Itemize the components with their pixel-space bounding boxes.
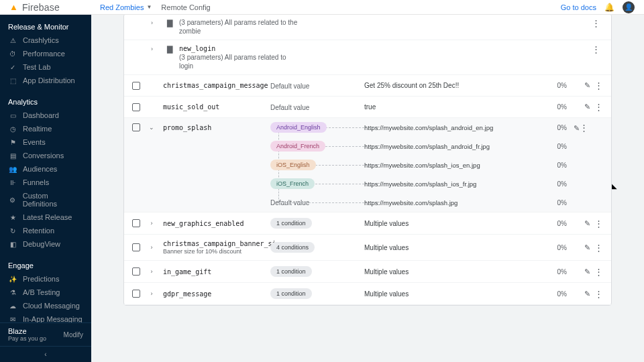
- fetch-pct: 0%: [540, 162, 567, 169]
- condition-sub-row: iOS_Frenchhttps://mywebsite.com/splash_i…: [124, 174, 611, 193]
- sidebar-item[interactable]: ★Latest Release: [0, 210, 91, 224]
- kebab-icon[interactable]: ⋮: [594, 289, 603, 299]
- sidebar-item[interactable]: ▤Conversions: [0, 149, 91, 162]
- group-text: new_login (3 parameters) All params rela…: [179, 44, 300, 70]
- plan-row[interactable]: Blaze Pay as you go Modify: [0, 323, 91, 346]
- sidebar-group: Analytics▭Dashboard◷Realtime⚑Events▤Conv…: [0, 90, 91, 253]
- sidebar: Release & Monitor⚠Crashlytics⏱Performanc…: [0, 15, 91, 362]
- expand-icon[interactable]: ›: [147, 220, 156, 227]
- condition-col: Default value: [270, 103, 358, 112]
- condition-sub-row: ⌄promo_splashAndroid_Englishhttps://mywe…: [124, 118, 611, 137]
- collapse-icon[interactable]: ⌄: [147, 124, 156, 131]
- folder-icon: ▇: [167, 45, 172, 54]
- sidebar-icon: ▤: [8, 152, 17, 160]
- fetch-pct: 0%: [540, 143, 567, 150]
- condition-chip: iOS_French: [270, 178, 315, 189]
- modify-link[interactable]: Modify: [64, 331, 83, 339]
- sidebar-item-label: Custom Definitions: [23, 192, 83, 208]
- sidebar-item[interactable]: ⚗A/B Testing: [0, 286, 91, 299]
- edit-icon[interactable]: ✎: [584, 267, 590, 276]
- sidebar-item[interactable]: ☁Cloud Messaging: [0, 299, 91, 312]
- param-value: true: [364, 103, 533, 111]
- collapse-sidebar[interactable]: ‹: [0, 346, 91, 362]
- kebab-icon[interactable]: ⋮: [594, 80, 603, 90]
- row-actions: ✎⋮: [574, 102, 603, 112]
- sidebar-group: Release & Monitor⚠Crashlytics⏱Performanc…: [0, 15, 91, 90]
- param-row-promo-splash: ⌄promo_splashAndroid_Englishhttps://mywe…: [124, 118, 611, 213]
- sidebar-item-label: Realtime: [23, 125, 52, 133]
- sidebar-item[interactable]: ⚙Custom Definitions: [0, 189, 91, 210]
- expand-icon[interactable]: ›: [147, 268, 156, 275]
- checkbox[interactable]: [132, 267, 140, 276]
- kebab-icon[interactable]: ⋮: [589, 18, 603, 28]
- condition-col: Default value: [270, 198, 358, 207]
- sidebar-group-title: Analytics: [0, 95, 91, 109]
- checkbox[interactable]: [132, 82, 140, 90]
- sidebar-item[interactable]: 👥Audiences: [0, 162, 91, 176]
- avatar[interactable]: 👤: [623, 1, 635, 13]
- kebab-icon[interactable]: ⋮: [594, 102, 603, 112]
- kebab-icon[interactable]: ⋮: [594, 267, 603, 277]
- default-label: Default value: [270, 82, 309, 90]
- logo[interactable]: ▲ Firebase: [9, 2, 93, 13]
- checkbox[interactable]: [132, 243, 140, 251]
- expand-icon[interactable]: ›: [147, 244, 156, 251]
- sidebar-item[interactable]: ✨Predictions: [0, 272, 91, 286]
- condition-col: 1 condition: [270, 266, 358, 277]
- param-name: in_game_gift: [163, 268, 264, 276]
- expand-icon[interactable]: ›: [151, 19, 160, 26]
- condition-col: iOS_English: [270, 160, 358, 170]
- row-actions: ✎⋮: [574, 243, 603, 253]
- param-name: gdpr_message: [163, 290, 264, 298]
- sidebar-item[interactable]: ⚠Crashlytics: [0, 34, 91, 47]
- param-row: christmas_campaign_messageDefault valueG…: [124, 75, 611, 97]
- param-row: ›gdpr_message1 conditionMultiple values0…: [124, 283, 611, 305]
- edit-icon[interactable]: ✎: [584, 219, 590, 228]
- param-value: Multiple values: [364, 220, 533, 227]
- edit-icon[interactable]: ✎: [584, 290, 590, 298]
- row-actions: ✎⋮: [574, 80, 603, 90]
- sidebar-item[interactable]: ✓Test Lab: [0, 60, 91, 74]
- condition-col: Android_French: [270, 141, 358, 152]
- sidebar-item[interactable]: ▭Dashboard: [0, 109, 91, 122]
- checkbox[interactable]: [132, 219, 140, 227]
- kebab-icon[interactable]: ⋮: [580, 123, 588, 133]
- sidebar-item[interactable]: ◷Realtime: [0, 122, 91, 135]
- sidebar-item[interactable]: ⚑Events: [0, 135, 91, 149]
- expand-icon[interactable]: ›: [151, 46, 160, 52]
- edit-icon[interactable]: ✎: [584, 243, 590, 252]
- sidebar-item-label: Cloud Messaging: [23, 302, 80, 310]
- checkbox[interactable]: [132, 123, 140, 131]
- bell-icon[interactable]: 🔔: [604, 3, 614, 12]
- edit-icon[interactable]: ✎: [574, 124, 580, 132]
- top-header: ▲ Firebase Red Zombies ▼ Remote Config G…: [0, 0, 644, 15]
- condition-chip: 4 conditions: [270, 242, 315, 253]
- folder-icon: ▇: [167, 19, 172, 27]
- fetch-pct: 0%: [540, 103, 567, 111]
- sidebar-item-label: App Distribution: [23, 76, 75, 84]
- kebab-icon[interactable]: ⋮: [589, 44, 603, 54]
- edit-icon[interactable]: ✎: [584, 81, 590, 90]
- fetch-pct: 0%: [540, 220, 567, 227]
- checkbox[interactable]: [132, 290, 140, 298]
- docs-link[interactable]: Go to docs: [561, 3, 596, 11]
- param-value: Get 25% discount on 25th Dec!!: [364, 82, 533, 89]
- project-selector[interactable]: Red Zombies ▼: [100, 3, 152, 11]
- sidebar-item[interactable]: ⊪Funnels: [0, 176, 91, 189]
- kebab-icon[interactable]: ⋮: [594, 243, 603, 253]
- fetch-pct: 0%: [540, 268, 567, 276]
- sidebar-icon: ⚠: [8, 37, 17, 44]
- sidebar-item[interactable]: ↻Retention: [0, 224, 91, 237]
- condition-col: iOS_French: [270, 178, 358, 189]
- sidebar-item[interactable]: ⬚App Distribution: [0, 74, 91, 87]
- sidebar-item[interactable]: ◧DebugView: [0, 237, 91, 251]
- kebab-icon[interactable]: ⋮: [594, 219, 603, 229]
- plan-name: Blaze: [8, 327, 46, 335]
- condition-value: https://mywebsite.com/splash_android_en.…: [364, 124, 533, 131]
- checkbox[interactable]: [132, 103, 140, 111]
- expand-icon[interactable]: ›: [147, 290, 156, 297]
- cursor-icon: ◣: [612, 182, 617, 190]
- edit-icon[interactable]: ✎: [584, 103, 590, 111]
- sidebar-item[interactable]: ⏱Performance: [0, 47, 91, 60]
- row-actions: ✎⋮: [574, 267, 603, 277]
